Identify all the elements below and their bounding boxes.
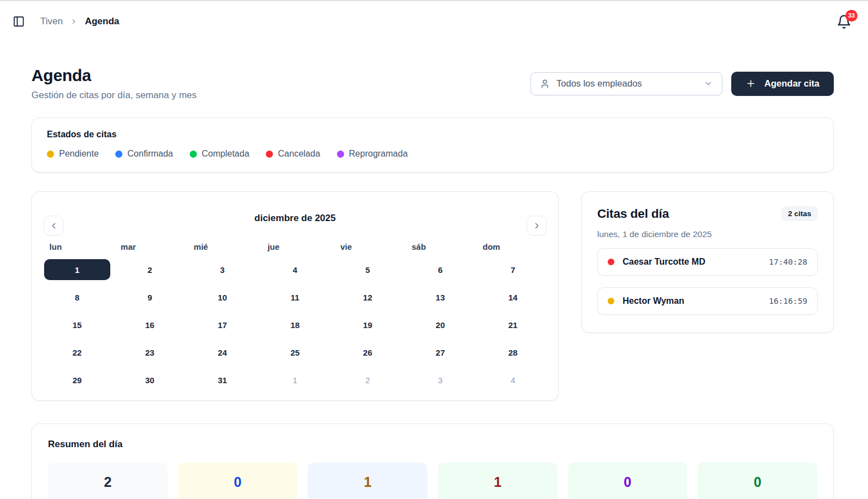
summary-stat-value: 1 (438, 474, 558, 490)
calendar-day[interactable]: 25 (262, 342, 328, 363)
status-legend-card: Estados de citas Pendiente Confirmada Co… (31, 117, 834, 173)
status-dot-icon (266, 151, 273, 158)
day-appointments-title: Citas del día (597, 207, 669, 221)
calendar-day[interactable]: 13 (407, 287, 473, 308)
calendar-day[interactable]: 28 (480, 342, 546, 363)
calendar-day[interactable]: 11 (262, 287, 328, 308)
breadcrumb-chevron-icon (70, 18, 78, 25)
calendar-day[interactable]: 12 (335, 287, 401, 308)
calendar-day[interactable]: 8 (44, 287, 110, 308)
summary-stat-value: 0 (698, 474, 817, 490)
calendar-next-month-button[interactable] (527, 216, 546, 235)
calendar-day[interactable]: 23 (117, 342, 183, 363)
schedule-appointment-button[interactable]: Agendar cita (731, 72, 834, 96)
appointment-name: Caesar Turcotte MD (623, 257, 705, 267)
legend-item: Confirmada (115, 149, 173, 159)
calendar-day[interactable]: 17 (189, 314, 255, 335)
weekday-label: mié (186, 242, 259, 251)
status-legend-items: Pendiente Confirmada Completada Cancelad… (47, 149, 818, 159)
schedule-button-label: Agendar cita (764, 78, 819, 89)
calendar-day[interactable]: 9 (117, 287, 183, 308)
breadcrumb-app[interactable]: Tiven (40, 16, 63, 27)
calendar-day[interactable]: 18 (262, 314, 328, 335)
calendar-day[interactable]: 26 (335, 342, 401, 363)
page-title-block: Agenda Gestión de citas por día, semana … (31, 66, 197, 101)
calendar-day[interactable]: 5 (335, 259, 401, 280)
calendar-day[interactable]: 2 (335, 369, 401, 390)
day-summary-title: Resumen del día (48, 439, 817, 450)
calendar-day[interactable]: 6 (407, 259, 473, 280)
appointments-count-badge: 2 citas (781, 206, 818, 221)
status-legend-title: Estados de citas (47, 130, 818, 139)
breadcrumb-page: Agenda (85, 16, 119, 27)
calendar-day[interactable]: 4 (262, 259, 328, 280)
legend-item: Cancelada (266, 149, 320, 159)
employee-filter-select[interactable]: Todos los empleados (531, 72, 722, 95)
calendar-month-title: diciembre de 2025 (41, 213, 549, 224)
calendar-day[interactable]: 4 (480, 369, 546, 390)
calendar-day[interactable]: 2 (117, 259, 183, 280)
calendar-card: diciembre de 2025 lun mar mié jue vie (31, 191, 559, 401)
calendar-days-grid: 1 2 3 4 5 6 7 8 9 10 (41, 259, 549, 390)
weekday-label: vie (331, 242, 404, 251)
appointment-time: 17:40:28 (769, 257, 807, 266)
calendar-day[interactable]: 19 (335, 314, 401, 335)
calendar-day[interactable]: 20 (407, 314, 473, 335)
panel-left-icon (13, 15, 25, 28)
appointment-item[interactable]: Hector Wyman 16:16:59 (597, 287, 818, 315)
page-title: Agenda (31, 66, 197, 85)
summary-stat-card: 1 (438, 463, 558, 499)
summary-stat-value: 2 (48, 474, 168, 490)
calendar-day[interactable]: 21 (480, 314, 546, 335)
status-dot-icon (190, 151, 197, 158)
legend-item-label: Reprogramada (349, 149, 408, 159)
day-summary-card: Resumen del día 2 0 1 1 0 (31, 423, 834, 499)
calendar-day[interactable]: 10 (189, 287, 255, 308)
legend-item: Reprogramada (337, 149, 408, 159)
weekday-label: jue (259, 242, 331, 251)
legend-item-label: Confirmada (127, 149, 173, 159)
summary-stat-card: 0 (178, 463, 298, 499)
user-icon (540, 79, 550, 89)
appointment-name: Hector Wyman (623, 296, 684, 306)
calendar-day[interactable]: 14 (480, 287, 546, 308)
appointment-time: 16:16:59 (769, 297, 807, 305)
legend-item-label: Pendiente (59, 149, 99, 159)
calendar-day[interactable]: 22 (44, 342, 110, 363)
day-appointments-card: Citas del día 2 citas lunes, 1 de diciem… (581, 191, 834, 333)
weekday-label: lun (41, 242, 114, 251)
breadcrumb: Tiven Agenda (40, 16, 119, 27)
summary-stat-card: 0 (698, 463, 817, 499)
calendar-day[interactable]: 24 (189, 342, 255, 363)
calendar-header: diciembre de 2025 (41, 201, 549, 236)
header-controls: Todos los empleados Agendar cita (531, 72, 834, 96)
summary-stat-card: 2 (48, 463, 168, 499)
calendar-day[interactable]: 16 (117, 314, 183, 335)
calendar-day[interactable]: 30 (117, 369, 183, 390)
calendar-day[interactable]: 1 (44, 259, 110, 280)
page-subtitle: Gestión de citas por día, semana y mes (31, 90, 197, 101)
calendar-day[interactable]: 1 (262, 369, 328, 390)
summary-stat-card: 0 (568, 463, 688, 499)
calendar-day[interactable]: 15 (44, 314, 110, 335)
calendar-day[interactable]: 27 (407, 342, 473, 363)
summary-stat-value: 0 (568, 474, 688, 490)
weekday-label: sáb (404, 242, 477, 251)
notification-count-badge: 33 (845, 10, 858, 22)
legend-item: Pendiente (47, 149, 99, 159)
calendar-day[interactable]: 31 (189, 369, 255, 390)
calendar-day[interactable]: 29 (44, 369, 110, 390)
weekday-label: dom (476, 242, 549, 251)
calendar-day[interactable]: 3 (407, 369, 473, 390)
legend-item: Completada (190, 149, 249, 159)
appointment-status-dot-icon (608, 298, 614, 304)
appointment-status-dot-icon (608, 259, 614, 265)
selected-date-label: lunes, 1 de diciembre de 2025 (597, 229, 818, 239)
sidebar-toggle-button[interactable] (10, 13, 27, 30)
appointment-item[interactable]: Caesar Turcotte MD 17:40:28 (597, 248, 818, 276)
summary-stats-row: 2 0 1 1 0 0 (48, 463, 817, 499)
chevron-right-icon (532, 221, 542, 230)
calendar-day[interactable]: 3 (189, 259, 255, 280)
notifications-button[interactable]: 33 (837, 14, 851, 29)
calendar-day[interactable]: 7 (480, 259, 546, 280)
